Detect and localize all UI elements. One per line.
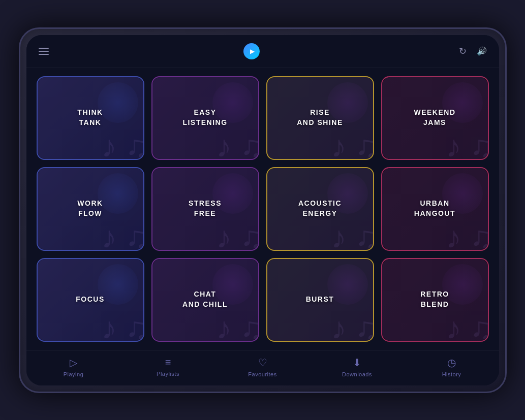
app-logo <box>243 43 264 59</box>
nav-label-playlists: Playlists <box>157 371 179 377</box>
nav-item-playing[interactable]: ▷Playing <box>56 357 91 377</box>
playlist-label-4: WEEKENDJAMS <box>414 108 455 127</box>
playlist-label-2: EASYLISTENING <box>182 108 227 127</box>
playlist-grid: THINKTANKEASYLISTENINGRISEAND SHINEWEEKE… <box>37 76 489 342</box>
header-left <box>39 48 49 55</box>
playlist-label-10: CHATAND CHILL <box>182 289 228 309</box>
playlist-label-12: RETROBLEND <box>420 289 449 309</box>
device-screen: THINKTANKEASYLISTENINGRISEAND SHINEWEEKE… <box>26 35 499 385</box>
nav-label-playing: Playing <box>64 371 84 377</box>
header-right <box>459 46 487 57</box>
nav-item-history[interactable]: ◷History <box>434 357 470 377</box>
refresh-button[interactable] <box>459 46 467 57</box>
playlist-card-11[interactable]: BURST <box>266 258 374 342</box>
playlist-label-8: URBANHANGOUT <box>414 199 455 218</box>
playlist-label-9: FOCUS <box>76 295 105 305</box>
playlist-label-7: ACOUSTICENERGY <box>298 199 342 218</box>
playlist-card-9[interactable]: FOCUS <box>37 258 144 342</box>
playlist-card-12[interactable]: RETROBLEND <box>381 258 489 342</box>
nav-label-history: History <box>442 371 461 377</box>
playlist-card-3[interactable]: RISEAND SHINE <box>266 76 374 160</box>
playlist-label-5: WORKFLOW <box>77 199 103 218</box>
playlist-card-5[interactable]: WORKFLOW <box>37 167 144 251</box>
playlist-label-6: STRESSFREE <box>189 199 222 218</box>
playlist-card-10[interactable]: CHATAND CHILL <box>151 258 259 342</box>
playlist-label-3: RISEAND SHINE <box>297 108 343 127</box>
playlist-card-6[interactable]: STRESSFREE <box>151 167 259 251</box>
nav-label-favourites: Favourites <box>248 371 276 377</box>
playlist-card-8[interactable]: URBANHANGOUT <box>381 167 489 251</box>
bottom-nav: ▷Playing≡Playlists♡Favourites⬇Downloads◷… <box>26 350 499 385</box>
playlist-card-7[interactable]: ACOUSTICENERGY <box>266 167 374 251</box>
playlist-label-1: THINKTANK <box>77 108 103 127</box>
playlist-icon: ≡ <box>165 357 171 368</box>
heart-icon: ♡ <box>258 357 267 369</box>
nav-label-downloads: Downloads <box>342 371 372 377</box>
play-icon: ▷ <box>70 357 77 369</box>
main-content: THINKTANKEASYLISTENINGRISEAND SHINEWEEKE… <box>26 68 499 350</box>
header <box>26 35 499 68</box>
playlist-label-11: BURST <box>306 295 334 305</box>
device-frame: THINKTANKEASYLISTENINGRISEAND SHINEWEEKE… <box>19 27 507 393</box>
menu-button[interactable] <box>39 48 49 55</box>
logo-play-icon <box>243 43 260 59</box>
download-icon: ⬇ <box>353 357 361 369</box>
playlist-card-4[interactable]: WEEKENDJAMS <box>381 76 489 160</box>
playlist-card-2[interactable]: EASYLISTENING <box>151 76 259 160</box>
volume-button[interactable] <box>477 46 487 56</box>
nav-item-downloads[interactable]: ⬇Downloads <box>339 357 375 377</box>
history-icon: ◷ <box>447 357 456 369</box>
nav-item-playlists[interactable]: ≡Playlists <box>150 357 186 377</box>
playlist-card-1[interactable]: THINKTANK <box>37 76 144 160</box>
nav-item-favourites[interactable]: ♡Favourites <box>245 357 281 377</box>
